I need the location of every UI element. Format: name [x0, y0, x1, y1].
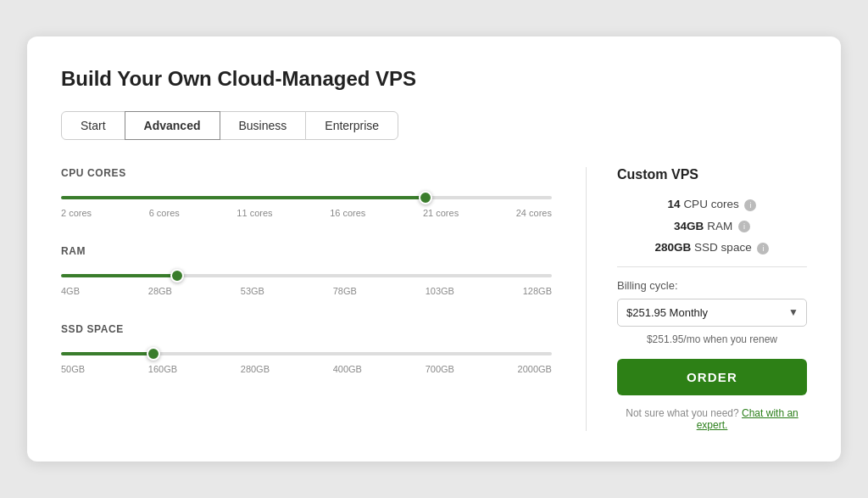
cpu-cores-label: CPU cores	[683, 198, 738, 210]
main-content: CPU CORES 2 cores 6 cores 11 cores 16 co…	[61, 167, 807, 430]
ram-tick-5: 128GB	[523, 286, 552, 296]
cpu-info-icon: i	[744, 199, 756, 211]
ram-row: 34GB RAM i	[617, 220, 807, 232]
summary-divider	[617, 266, 807, 267]
cpu-slider-group: CPU CORES 2 cores 6 cores 11 cores 16 co…	[61, 167, 552, 218]
sliders-section: CPU CORES 2 cores 6 cores 11 cores 16 co…	[61, 167, 586, 430]
cpu-cores-row: 14 CPU cores i	[617, 198, 807, 210]
ram-tick-2: 53GB	[241, 286, 264, 296]
ssd-tick-4: 700GB	[426, 364, 454, 374]
cpu-tick-1: 6 cores	[149, 208, 180, 218]
ram-summary-label: RAM	[707, 220, 732, 232]
ssd-slider-wrapper	[61, 344, 552, 359]
ssd-slider[interactable]	[61, 352, 552, 355]
tab-business[interactable]: Business	[220, 111, 307, 140]
ram-value: 34GB	[674, 220, 704, 232]
ssd-info-icon: i	[757, 243, 769, 255]
ram-label: RAM	[61, 245, 552, 257]
ram-tick-4: 103GB	[426, 286, 454, 296]
ssd-tick-1: 160GB	[148, 364, 177, 374]
ram-slider[interactable]	[61, 274, 552, 277]
cpu-ticks: 2 cores 6 cores 11 cores 16 cores 21 cor…	[61, 208, 552, 218]
cpu-tick-4: 21 cores	[423, 208, 459, 218]
summary-title: Custom VPS	[617, 167, 807, 182]
ram-slider-wrapper	[61, 266, 552, 281]
cpu-tick-5: 24 cores	[516, 208, 552, 218]
billing-select[interactable]: $251.95 Monthly $239.25 Quarterly $214.1…	[617, 299, 807, 327]
plan-tabs: Start Advanced Business Enterprise	[61, 111, 807, 140]
ram-tick-1: 28GB	[148, 286, 172, 296]
cpu-tick-2: 11 cores	[236, 208, 272, 218]
ssd-row: 280GB SSD space i	[617, 241, 807, 254]
ram-slider-group: RAM 4GB 28GB 53GB 78GB 103GB 128GB	[61, 245, 552, 296]
order-button[interactable]: ORDER	[617, 359, 807, 395]
ssd-tick-2: 280GB	[241, 364, 270, 374]
renew-text: $251.95/mo when you renew	[617, 333, 807, 345]
ssd-value: 280GB	[655, 241, 692, 254]
cpu-cores-value: 14	[668, 198, 681, 210]
ram-ticks: 4GB 28GB 53GB 78GB 103GB 128GB	[61, 286, 552, 296]
tab-enterprise[interactable]: Enterprise	[305, 111, 398, 140]
page-title: Build Your Own Cloud-Managed VPS	[61, 67, 807, 91]
ssd-tick-0: 50GB	[61, 364, 85, 374]
cpu-slider-wrapper	[61, 187, 552, 203]
cpu-label: CPU CORES	[61, 167, 552, 179]
ssd-summary-label: SSD space	[694, 241, 752, 254]
cpu-slider[interactable]	[61, 196, 552, 199]
cpu-tick-0: 2 cores	[61, 208, 92, 218]
not-sure-text: Not sure what you need?	[626, 407, 738, 419]
cpu-tick-3: 16 cores	[330, 208, 365, 218]
main-card: Build Your Own Cloud-Managed VPS Start A…	[27, 36, 841, 461]
billing-select-wrapper: $251.95 Monthly $239.25 Quarterly $214.1…	[617, 299, 807, 327]
tab-advanced[interactable]: Advanced	[125, 111, 220, 140]
ram-tick-0: 4GB	[61, 286, 80, 296]
ram-tick-3: 78GB	[333, 286, 357, 296]
expert-text: Not sure what you need? Chat with an exp…	[617, 407, 807, 431]
ssd-tick-5: 2000GB	[518, 364, 552, 374]
ssd-tick-3: 400GB	[333, 364, 362, 374]
ssd-slider-group: SSD SPACE 50GB 160GB 280GB 400GB 700GB 2…	[61, 323, 552, 374]
summary-section: Custom VPS 14 CPU cores i 34GB RAM i 280…	[587, 167, 807, 430]
ram-info-icon: i	[738, 221, 750, 232]
tab-start[interactable]: Start	[61, 111, 125, 140]
ssd-ticks: 50GB 160GB 280GB 400GB 700GB 2000GB	[61, 364, 552, 374]
billing-label: Billing cycle:	[617, 279, 807, 292]
ssd-label: SSD SPACE	[61, 323, 552, 335]
